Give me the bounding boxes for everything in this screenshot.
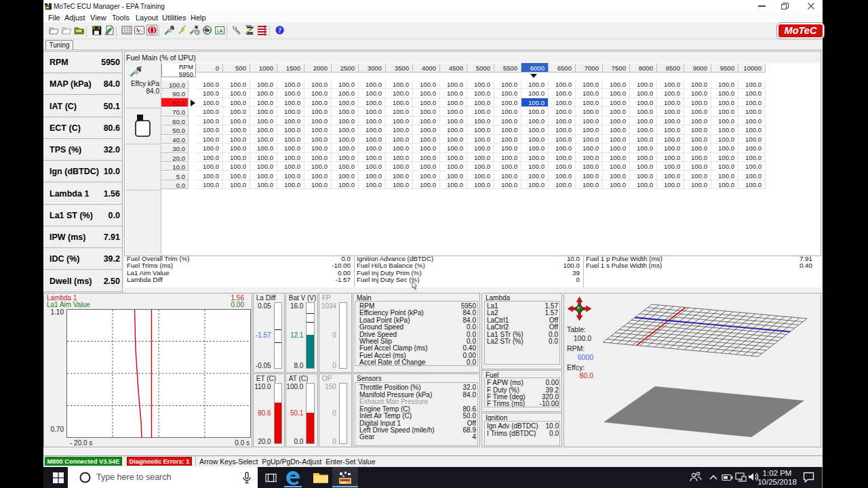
svg-text:?: ?	[278, 27, 281, 34]
svg-text:LA: LA	[217, 28, 223, 33]
